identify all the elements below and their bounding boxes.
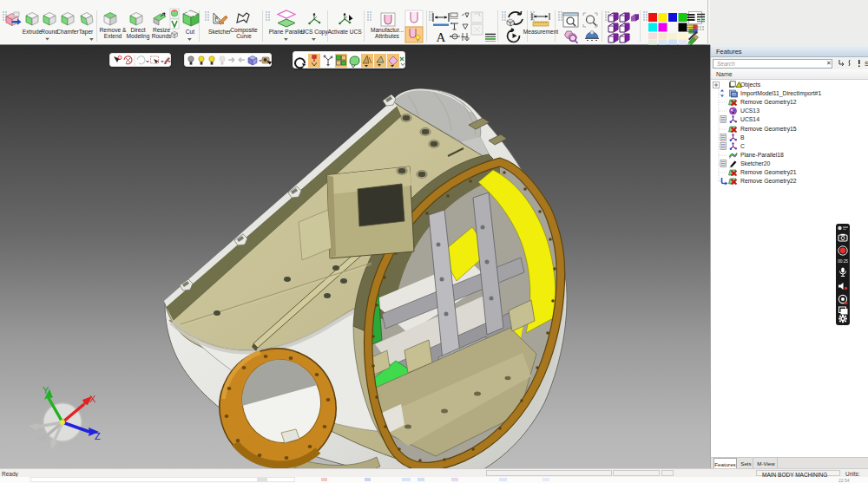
svg-text:Modeling: Modeling xyxy=(127,33,150,40)
svg-text:00:25: 00:25 xyxy=(838,259,848,264)
svg-text:Cut: Cut xyxy=(186,29,194,35)
svg-text:A: A xyxy=(437,30,446,44)
svg-text:Y: Y xyxy=(43,385,49,395)
svg-text:Activate UCS: Activate UCS xyxy=(327,29,362,35)
svg-text:Direct: Direct xyxy=(130,27,145,33)
svg-text:X: X xyxy=(89,394,96,404)
svg-text:Taper: Taper xyxy=(79,29,94,36)
svg-text:Attributes: Attributes xyxy=(375,33,400,39)
svg-text:Resize: Resize xyxy=(153,27,170,33)
svg-text:Extrude: Extrude xyxy=(23,29,43,35)
svg-text:Manufactur...: Manufactur... xyxy=(371,27,404,33)
svg-text:Chamfer: Chamfer xyxy=(56,29,79,35)
svg-text:Remove &: Remove & xyxy=(100,27,127,33)
svg-text:Extend: Extend xyxy=(104,33,122,39)
svg-text:Z: Z xyxy=(95,431,101,441)
svg-text:Measurement: Measurement xyxy=(523,29,558,35)
svg-text:b: b xyxy=(215,15,218,20)
svg-text:Sketcher: Sketcher xyxy=(208,29,232,35)
svg-text:Rounds: Rounds xyxy=(152,33,172,39)
svg-text:UCS Copy: UCS Copy xyxy=(300,29,328,36)
svg-text:Plane Parallel: Plane Parallel xyxy=(269,29,305,35)
svg-text:Round: Round xyxy=(41,29,58,35)
svg-text:S: S xyxy=(865,60,868,68)
svg-text:Curve: Curve xyxy=(236,33,252,39)
